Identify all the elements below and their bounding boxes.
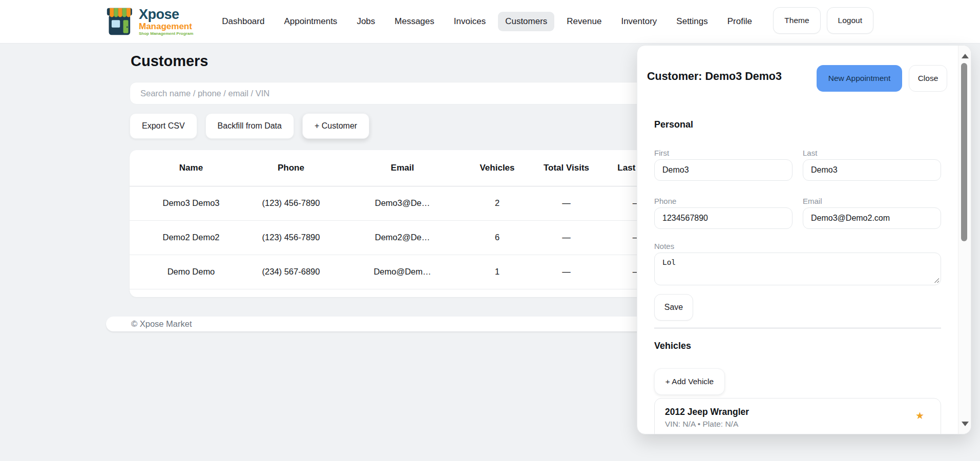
brand-title: Xpose <box>139 8 193 22</box>
nav-item-jobs[interactable]: Jobs <box>349 12 382 31</box>
vehicle-title: 2012 Jeep Wrangler <box>665 407 930 417</box>
drawer-scrollbar[interactable] <box>958 46 971 434</box>
customer-drawer: Customer: Demo3 Demo3 New Appointment Cl… <box>637 45 971 434</box>
col-header-email: Email <box>329 150 475 186</box>
cell-email[interactable]: Demo3@De… <box>329 186 475 220</box>
cell-total-visits[interactable]: — <box>519 186 614 220</box>
cell-name[interactable]: Demo3 Demo3 <box>130 186 253 220</box>
cell-name[interactable]: Demo Demo <box>130 255 253 289</box>
app-window: Xpose Management Shop Management Program… <box>0 0 980 461</box>
logout-button[interactable]: Logout <box>827 7 873 34</box>
main-nav: Dashboard Appointments Jobs Messages Inv… <box>215 12 759 31</box>
add-customer-button[interactable]: + Customer <box>302 113 369 139</box>
notes-label: Notes <box>654 242 674 250</box>
page-actions: Export CSV Backfill from Data + Customer <box>130 113 369 139</box>
drawer-title: Customer: Demo3 Demo3 <box>647 70 782 83</box>
new-appointment-button[interactable]: New Appointment <box>817 65 902 92</box>
phone-field[interactable] <box>654 207 793 229</box>
col-header-name: Name <box>130 150 253 186</box>
phone-label: Phone <box>654 197 676 205</box>
nav-actions: Theme Logout <box>773 7 873 34</box>
brand-tagline: Shop Management Program <box>139 32 193 36</box>
vehicles-heading: Vehicles <box>654 341 691 351</box>
scroll-down-icon[interactable] <box>962 422 969 426</box>
cell-vehicles[interactable]: 2 <box>475 186 519 220</box>
vehicle-subtitle: VIN: N/A • Plate: N/A <box>665 420 930 429</box>
col-header-phone: Phone <box>253 150 329 186</box>
add-vehicle-button[interactable]: + Add Vehicle <box>654 368 725 395</box>
cell-vehicles[interactable]: 6 <box>475 220 519 255</box>
first-name-label: First <box>654 149 669 157</box>
nav-item-customers[interactable]: Customers <box>498 12 554 31</box>
scroll-up-icon[interactable] <box>962 54 969 58</box>
section-divider <box>654 328 941 328</box>
cell-phone[interactable]: (234) 567-6890 <box>253 255 329 289</box>
export-csv-button[interactable]: Export CSV <box>130 113 197 139</box>
save-button[interactable]: Save <box>654 294 693 321</box>
notes-field[interactable]: Lol <box>654 253 941 285</box>
nav-item-inventory[interactable]: Inventory <box>614 12 664 31</box>
cell-phone[interactable]: (123) 456-7890 <box>253 186 329 220</box>
nav-item-appointments[interactable]: Appointments <box>277 12 344 31</box>
last-name-field[interactable] <box>803 159 941 181</box>
backfill-button[interactable]: Backfill from Data <box>205 113 294 139</box>
cell-total-visits[interactable]: — <box>519 255 614 289</box>
cell-email[interactable]: Demo2@De… <box>329 220 475 255</box>
cell-vehicles[interactable]: 1 <box>475 255 519 289</box>
page-title: Customers <box>131 53 208 70</box>
vehicle-card[interactable]: 2012 Jeep Wrangler VIN: N/A • Plate: N/A… <box>654 398 941 434</box>
nav-item-invoices[interactable]: Invoices <box>447 12 493 31</box>
nav-item-settings[interactable]: Settings <box>669 12 715 31</box>
cell-email[interactable]: Demo@Dem… <box>329 255 475 289</box>
nav-item-profile[interactable]: Profile <box>720 12 759 31</box>
close-drawer-button[interactable]: Close <box>909 65 947 92</box>
nav-item-messages[interactable]: Messages <box>387 12 441 31</box>
logo[interactable]: Xpose Management Shop Management Program <box>106 6 193 37</box>
scrollbar-thumb[interactable] <box>961 63 967 241</box>
last-name-label: Last <box>803 149 817 157</box>
brand-subtitle: Management <box>139 22 193 31</box>
theme-button[interactable]: Theme <box>773 7 820 34</box>
personal-heading: Personal <box>654 119 693 130</box>
cell-name[interactable]: Demo2 Demo2 <box>130 220 253 255</box>
nav-item-dashboard[interactable]: Dashboard <box>215 12 272 31</box>
logo-text: Xpose Management Shop Management Program <box>139 8 193 36</box>
first-name-field[interactable] <box>654 159 793 181</box>
footer-text: © Xpose Market <box>131 319 192 329</box>
col-header-vehicles: Vehicles <box>475 150 519 186</box>
cell-total-visits[interactable]: — <box>519 220 614 255</box>
navbar: Xpose Management Shop Management Program… <box>0 0 980 44</box>
email-label: Email <box>803 197 822 205</box>
email-field[interactable] <box>803 207 941 229</box>
col-header-total-visits: Total Visits <box>519 150 614 186</box>
cell-phone[interactable]: (123) 456-7890 <box>253 220 329 255</box>
nav-item-revenue[interactable]: Revenue <box>559 12 609 31</box>
storefront-icon <box>106 6 136 37</box>
favorite-star-icon[interactable]: ★ <box>915 410 924 422</box>
